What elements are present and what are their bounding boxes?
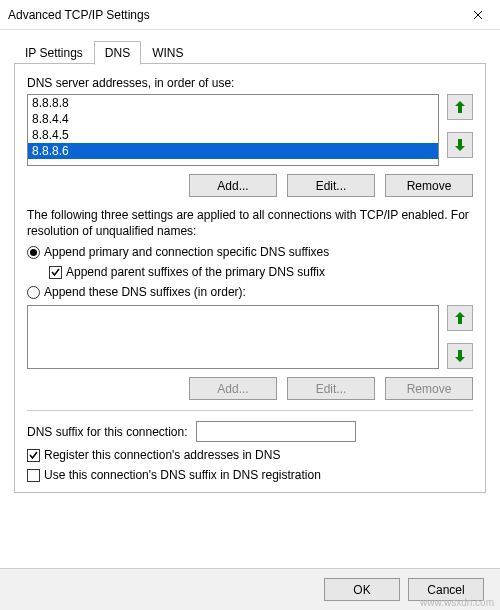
checkbox-use-suffix-label: Use this connection's DNS suffix in DNS … [44,468,321,482]
move-down-button[interactable] [447,132,473,158]
tab-wins[interactable]: WINS [141,41,194,64]
close-button[interactable] [455,0,500,30]
checkbox-use-suffix[interactable] [27,469,40,482]
divider [27,410,473,411]
radio-append-primary[interactable] [27,246,40,259]
checkmark-icon [28,450,39,461]
dns-suffix-listbox[interactable] [27,305,439,369]
window-title: Advanced TCP/IP Settings [8,8,150,22]
checkbox-append-parent[interactable] [49,266,62,279]
watermark: www.wsxdn.com [420,597,494,608]
checkbox-append-parent-label: Append parent suffixes of the primary DN… [66,265,325,279]
arrow-down-icon [454,349,466,363]
arrow-up-icon [454,311,466,325]
tab-dns[interactable]: DNS [94,41,141,65]
move-up-button[interactable] [447,94,473,120]
dns-suffix-field-label: DNS suffix for this connection: [27,425,188,439]
list-item[interactable]: 8.8.4.5 [28,127,438,143]
titlebar: Advanced TCP/IP Settings [0,0,500,30]
edit-suffix-button: Edit... [287,377,375,400]
add-dns-button[interactable]: Add... [189,174,277,197]
remove-dns-button[interactable]: Remove [385,174,473,197]
tab-strip: IP Settings DNS WINS [14,40,486,64]
remove-suffix-button: Remove [385,377,473,400]
settings-description: The following three settings are applied… [27,207,473,239]
checkmark-icon [50,267,61,278]
checkbox-register-dns[interactable] [27,449,40,462]
checkbox-register-dns-label: Register this connection's addresses in … [44,448,280,462]
dns-suffix-input[interactable] [196,421,356,442]
ok-button[interactable]: OK [324,578,400,601]
list-item[interactable]: 8.8.8.6 [28,143,438,159]
dns-server-listbox[interactable]: 8.8.8.8 8.8.4.4 8.8.4.5 8.8.8.6 [27,94,439,166]
add-suffix-button: Add... [189,377,277,400]
suffix-move-up-button[interactable] [447,305,473,331]
arrow-up-icon [454,100,466,114]
arrow-down-icon [454,138,466,152]
dns-panel: DNS server addresses, in order of use: 8… [14,64,486,493]
list-item[interactable]: 8.8.8.8 [28,95,438,111]
radio-append-these[interactable] [27,286,40,299]
list-item[interactable]: 8.8.4.4 [28,111,438,127]
radio-append-primary-label: Append primary and connection specific D… [44,245,329,259]
dns-list-label: DNS server addresses, in order of use: [27,76,473,90]
suffix-move-down-button[interactable] [447,343,473,369]
radio-append-these-label: Append these DNS suffixes (in order): [44,285,246,299]
tab-ip-settings[interactable]: IP Settings [14,41,94,64]
radio-dot-icon [30,249,37,256]
edit-dns-button[interactable]: Edit... [287,174,375,197]
close-icon [473,10,483,20]
